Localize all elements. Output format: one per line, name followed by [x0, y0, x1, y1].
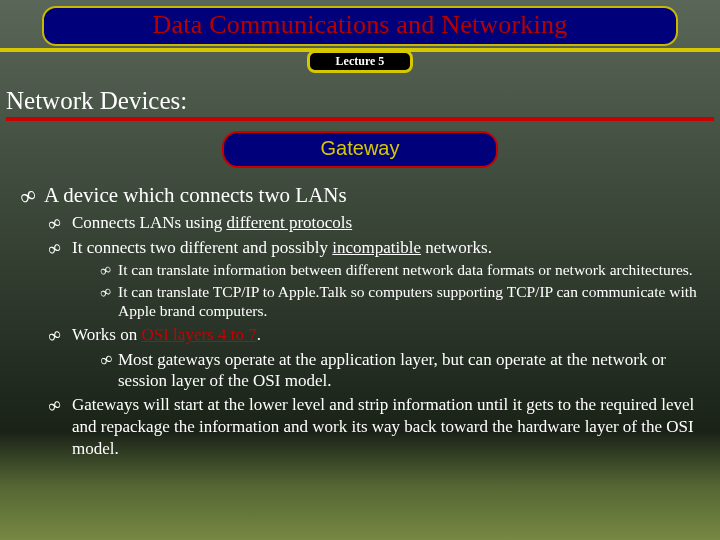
text: It can translate information between dif… [118, 261, 693, 278]
text: networks. [421, 238, 492, 257]
subsection-box: Gateway [222, 131, 498, 168]
red-divider [6, 117, 714, 121]
bullet-lvl3: It can translate information between dif… [118, 261, 702, 280]
bullet-lvl3: It can translate TCP/IP to Apple.Talk so… [118, 283, 702, 321]
course-title-bar: Data Communications and Networking [42, 6, 678, 46]
bullet-lvl3: Most gateways operate at the application… [118, 349, 702, 391]
bullet-lvl2: Connects LANs using different protocols [72, 212, 702, 234]
text: A device which connects two LANs [44, 183, 347, 207]
text: It can translate TCP/IP to Apple.Talk so… [118, 283, 697, 319]
text-underlined-red: OSI layers 4 to 7 [141, 325, 256, 344]
section-title: Network Devices: [6, 87, 720, 115]
bullet-lvl1: A device which connects two LANs [44, 182, 702, 209]
bullet-lvl2: Works on OSI layers 4 to 7. [72, 324, 702, 346]
bullet-lvl2: Gateways will start at the lower level a… [72, 394, 702, 459]
text: Gateways will start at the lower level a… [72, 395, 694, 458]
text: . [257, 325, 261, 344]
bullet-lvl2: It connects two different and possibly i… [72, 237, 702, 259]
text: Connects LANs using [72, 213, 226, 232]
lecture-label: Lecture 5 [336, 54, 385, 68]
course-title: Data Communications and Networking [153, 10, 568, 39]
text: It connects two different and possibly [72, 238, 332, 257]
text: Works on [72, 325, 141, 344]
text: Most gateways operate at the application… [118, 350, 666, 390]
subsection-title: Gateway [321, 137, 400, 159]
text-underlined: different protocols [226, 213, 352, 232]
text-underlined: incompatible [332, 238, 421, 257]
content-area: A device which connects two LANs Connect… [0, 182, 720, 459]
lecture-badge: Lecture 5 [307, 50, 413, 73]
